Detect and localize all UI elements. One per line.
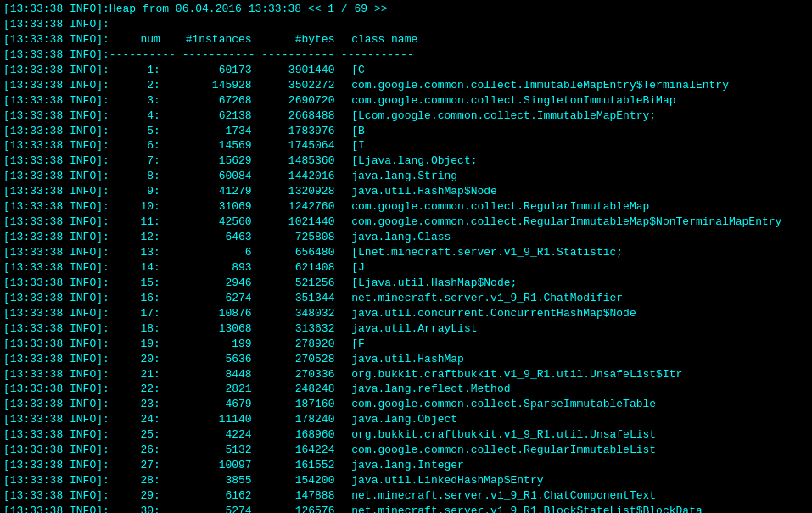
row-content: 5: 1734 1783976 [B — [109, 124, 365, 139]
num-header: num — [109, 32, 160, 47]
row-num: 27: — [109, 458, 160, 473]
row-class: com.google.common.collect.RegularImmutab… — [341, 215, 781, 230]
row-bytes: 621408 — [258, 260, 334, 276]
row-instances: 5274 — [167, 504, 252, 513]
table-row: [13:33:38 INFO]: 11: 42560 1021440 com.g… — [3, 215, 809, 230]
table-row: [13:33:38 INFO]: 24: 11140 178240 java.l… — [3, 412, 809, 427]
table-row: [13:33:38 INFO]: 7: 15629 1485360 [Ljava… — [3, 153, 809, 169]
log-prefix: [13:33:38 INFO]: — [3, 306, 109, 321]
row-class: [J — [341, 260, 365, 276]
row-class: java.lang.String — [341, 169, 457, 184]
row-bytes: 1242760 — [258, 199, 334, 215]
row-class: [F — [341, 337, 365, 352]
row-bytes: 725808 — [258, 230, 334, 245]
row-instances: 11140 — [167, 412, 252, 427]
instances-header: #instances — [167, 32, 252, 47]
row-num: 1: — [109, 63, 160, 78]
row-num: 5: — [109, 124, 160, 139]
row-num: 2: — [109, 78, 160, 93]
row-content: 8: 60084 1442016 java.lang.String — [109, 169, 457, 184]
row-instances: 3855 — [167, 473, 252, 488]
row-num: 24: — [109, 412, 160, 427]
row-content: 2: 145928 3502272 com.google.common.coll… — [109, 78, 729, 93]
table-row: [13:33:38 INFO]: 30: 5274 126576 net.min… — [3, 504, 809, 513]
table-row: [13:33:38 INFO]: 19: 199 278920 [F — [3, 337, 809, 352]
row-class: java.lang.Class — [341, 230, 451, 245]
row-bytes: 147888 — [258, 488, 334, 504]
headers: num #instances #bytes class name — [109, 32, 417, 47]
log-prefix: [13:33:38 INFO]: — [3, 321, 109, 337]
row-num: 6: — [109, 138, 160, 153]
row-instances: 4679 — [167, 397, 252, 412]
row-class: net.minecraft.server.v1_9_R1.ChatCompone… — [341, 488, 656, 504]
row-num: 8: — [109, 169, 160, 184]
row-class: [B — [341, 124, 365, 139]
log-prefix: [13:33:38 INFO]: — [3, 124, 109, 139]
row-content: 23: 4679 187160 com.google.common.collec… — [109, 397, 656, 412]
row-num: 4: — [109, 109, 160, 124]
row-class: java.lang.Integer — [341, 458, 464, 473]
column-headers: [13:33:38 INFO]: num #instances #bytes c… — [3, 32, 809, 47]
row-instances: 62138 — [167, 109, 252, 124]
row-bytes: 270528 — [258, 352, 334, 367]
row-class: java.util.LinkedHashMap$Entry — [341, 473, 543, 488]
log-prefix: [13:33:38 INFO]: — [3, 458, 109, 473]
row-instances: 31069 — [167, 199, 252, 215]
row-bytes: 348032 — [258, 306, 334, 321]
row-content: 9: 41279 1320928 java.util.HashMap$Node — [109, 184, 497, 199]
row-instances: 6463 — [167, 230, 252, 245]
row-class: java.lang.reflect.Method — [341, 382, 510, 397]
row-bytes: 2690720 — [258, 93, 334, 109]
row-class: com.google.common.collect.ImmutableMapEn… — [341, 78, 729, 93]
log-prefix: [13:33:38 INFO]: — [3, 427, 109, 443]
row-class: java.util.ArrayList — [341, 321, 477, 337]
row-num: 13: — [109, 245, 160, 260]
class-header: class name — [341, 32, 417, 47]
row-class: com.google.common.collect.SparseImmutabl… — [341, 397, 656, 412]
row-bytes: 1442016 — [258, 169, 334, 184]
row-num: 14: — [109, 260, 160, 276]
row-bytes: 168960 — [258, 427, 334, 443]
row-content: 13: 6 656480 [Lnet.minecraft.server.v1_9… — [109, 245, 623, 260]
row-num: 11: — [109, 215, 160, 230]
row-content: 30: 5274 126576 net.minecraft.server.v1_… — [109, 504, 703, 513]
table-row: [13:33:38 INFO]: 6: 14569 1745064 [I — [3, 138, 809, 153]
row-content: 12: 6463 725808 java.lang.Class — [109, 230, 451, 245]
log-prefix: [13:33:38 INFO]: — [3, 260, 109, 276]
log-prefix: [13:33:38 INFO]: — [3, 199, 109, 215]
row-num: 12: — [109, 230, 160, 245]
table-row: [13:33:38 INFO]: 12: 6463 725808 java.la… — [3, 230, 809, 245]
row-class: [Lnet.minecraft.server.v1_9_R1.Statistic… — [341, 245, 623, 260]
row-bytes: 1745064 — [258, 138, 334, 153]
row-class: [Ljava.lang.Object; — [341, 153, 477, 169]
row-content: 27: 10097 161552 java.lang.Integer — [109, 458, 464, 473]
log-prefix: [13:33:38 INFO]: — [3, 488, 109, 504]
row-num: 19: — [109, 337, 160, 352]
log-prefix: [13:33:38 INFO]: — [3, 2, 109, 17]
row-bytes: 521256 — [258, 276, 334, 291]
row-bytes: 278920 — [258, 337, 334, 352]
row-instances: 10097 — [167, 458, 252, 473]
row-content: 29: 6162 147888 net.minecraft.server.v1_… — [109, 488, 656, 504]
row-instances: 6274 — [167, 291, 252, 306]
row-instances: 4224 — [167, 427, 252, 443]
row-bytes: 3502272 — [258, 78, 334, 93]
row-num: 20: — [109, 352, 160, 367]
table-row: [13:33:38 INFO]: 18: 13068 313632 java.u… — [3, 321, 809, 337]
heap-title: Heap from 06.04.2016 13:33:38 << 1 / 69 … — [109, 2, 388, 17]
row-class: org.bukkit.craftbukkit.v1_9_R1.util.Unsa… — [341, 427, 656, 443]
bytes-header: #bytes — [258, 32, 334, 47]
log-prefix: [13:33:38 INFO]: — [3, 230, 109, 245]
row-num: 15: — [109, 276, 160, 291]
separator: ---------- ----------- ----------- -----… — [109, 47, 414, 63]
log-prefix: [13:33:38 INFO]: — [3, 473, 109, 488]
row-content: 7: 15629 1485360 [Ljava.lang.Object; — [109, 153, 478, 169]
table-row: [13:33:38 INFO]: 2: 145928 3502272 com.g… — [3, 78, 809, 93]
row-bytes: 161552 — [258, 458, 334, 473]
row-instances: 13068 — [167, 321, 252, 337]
row-num: 7: — [109, 153, 160, 169]
row-content: 28: 3855 154200 java.util.LinkedHashMap$… — [109, 473, 544, 488]
log-prefix: [13:33:38 INFO]: — [3, 153, 109, 169]
table-row: [13:33:38 INFO]: 16: 6274 351344 net.min… — [3, 291, 809, 306]
row-instances: 2946 — [167, 276, 252, 291]
